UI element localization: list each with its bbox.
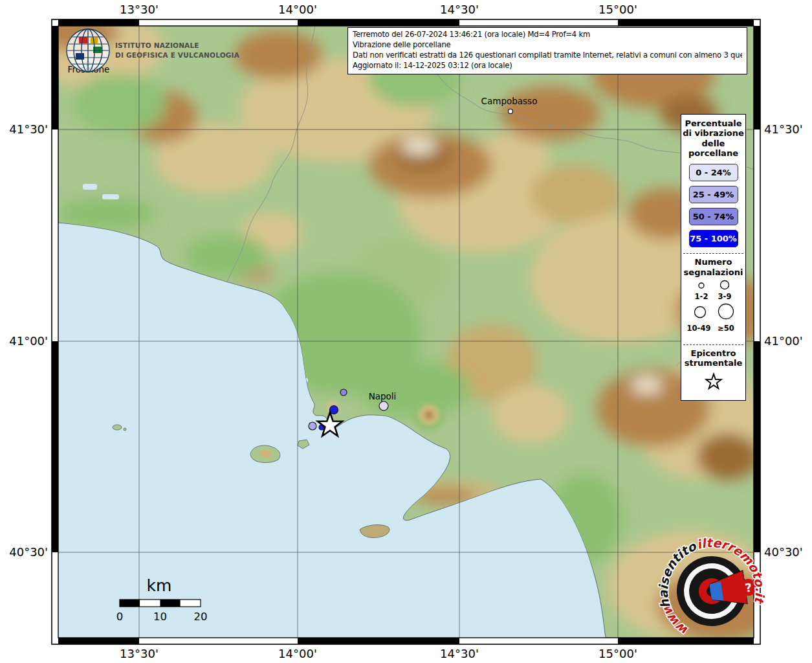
axis-label-right-2: 41°00'	[764, 334, 803, 348]
scale-tick-20: 20	[194, 611, 208, 623]
size-circle-10-49	[694, 306, 705, 317]
event-info-line-4: Aggiornato il: 14-12-2025 03:12 (ora loc…	[353, 61, 742, 71]
size-label-1-2: 1-2	[694, 292, 708, 301]
event-info-line-1: Terremoto del 26-07-2024 13:46:21 (ora l…	[353, 30, 742, 40]
axis-label-top-2: 14°00'	[278, 3, 317, 16]
event-info-line-3: Dati non verificati estratti da 126 ques…	[353, 51, 742, 61]
size-label-3-9: 3-9	[718, 292, 731, 301]
axis-label-bottom-1: 13°30'	[120, 647, 159, 660]
legend-class-50-74: 50 - 74%	[689, 208, 738, 225]
felt-report-dot	[309, 422, 316, 430]
city-label-campobasso: Campobasso	[481, 96, 538, 106]
city-label-napoli: Napoli	[369, 391, 397, 401]
felt-report-dot	[340, 389, 347, 396]
axis-label-right-3: 40°30'	[764, 545, 803, 559]
size-circle-1-2	[699, 283, 704, 288]
axis-label-top-3: 14°30'	[440, 3, 479, 16]
legend-box: Percentuale di vibrazione delle porcella…	[681, 114, 746, 401]
legend-epicenter-star	[682, 368, 745, 393]
axis-label-right-1: 41°30'	[764, 122, 803, 136]
legend-class-25-49: 25 - 49%	[689, 186, 738, 203]
size-label-10-49: 10-49	[686, 324, 710, 333]
axis-label-left-2: 41°00'	[9, 334, 48, 348]
axis-label-left-1: 41°30'	[9, 122, 48, 136]
legend-title: Percentuale di vibrazione delle porcella…	[681, 115, 745, 159]
scale-tick-0: 0	[116, 611, 124, 623]
event-info-line-2: Vibrazione delle porcellane	[353, 40, 742, 51]
legend-size-circles: 1-2 3-9 10-49 ≥50	[682, 277, 745, 337]
legend-class-0-24: 0 - 24%	[689, 164, 738, 181]
scale-tick-10: 10	[153, 611, 167, 623]
scale-bar-unit: km	[147, 576, 172, 595]
legend-class-75-100: 75 - 100%	[689, 230, 738, 247]
axis-label-bottom-3: 14°30'	[440, 647, 479, 660]
axis-label-bottom-2: 14°00'	[278, 647, 317, 660]
ingv-logo-text-line1: ISTITUTO NAZIONALE	[115, 41, 199, 49]
axis-label-left-3: 40°30'	[9, 545, 48, 559]
legend-numero-title: Numero segnalazioni	[681, 254, 745, 277]
size-label-50: ≥50	[718, 324, 734, 333]
axis-label-top-4: 15°00'	[598, 3, 637, 16]
felt-report-dot	[379, 401, 388, 410]
event-info-box: Terremoto del 26-07-2024 13:46:21 (ora l…	[347, 27, 747, 74]
campobasso-marker	[509, 109, 513, 114]
size-circle-3-9	[720, 280, 729, 289]
map-canvas	[16, 11, 780, 641]
legend-epicentro-title: Epicentro strumentale	[681, 345, 745, 368]
size-circle-50	[718, 304, 733, 319]
axis-label-top-1: 13°30'	[120, 3, 159, 16]
axis-label-bottom-4: 15°00'	[598, 647, 637, 660]
ingv-logo-text-line2: DI GEOFISICA E VULCANOLOGIA	[115, 51, 240, 59]
